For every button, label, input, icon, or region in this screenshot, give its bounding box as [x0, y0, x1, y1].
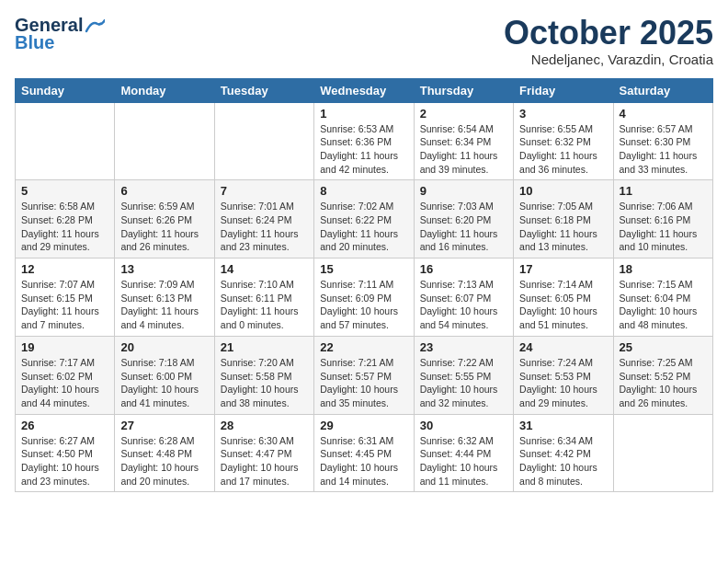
day-number: 19	[21, 340, 108, 354]
day-info: Sunrise: 7:15 AM Sunset: 6:04 PM Dayligh…	[620, 278, 707, 332]
day-number: 27	[120, 419, 208, 432]
calendar-cell: 26Sunrise: 6:27 AM Sunset: 4:50 PM Dayli…	[16, 414, 115, 492]
day-number: 20	[120, 340, 208, 354]
day-number: 30	[420, 419, 507, 432]
day-number: 11	[620, 184, 707, 198]
calendar-cell	[115, 102, 214, 180]
day-info: Sunrise: 7:25 AM Sunset: 5:52 PM Dayligh…	[620, 356, 707, 410]
calendar-cell: 10Sunrise: 7:05 AM Sunset: 6:18 PM Dayli…	[514, 180, 613, 259]
calendar-cell: 27Sunrise: 6:28 AM Sunset: 4:48 PM Dayli…	[115, 414, 214, 492]
day-number: 1	[320, 107, 407, 121]
day-number: 31	[519, 419, 607, 432]
calendar-cell: 1Sunrise: 6:53 AM Sunset: 6:36 PM Daylig…	[314, 102, 414, 180]
weekday-header-friday: Friday	[514, 78, 613, 102]
day-info: Sunrise: 7:24 AM Sunset: 5:53 PM Dayligh…	[519, 356, 607, 410]
calendar-cell: 3Sunrise: 6:55 AM Sunset: 6:32 PM Daylig…	[514, 102, 613, 180]
day-number: 3	[519, 107, 607, 121]
calendar-week-5: 26Sunrise: 6:27 AM Sunset: 4:50 PM Dayli…	[16, 414, 713, 492]
calendar-cell: 12Sunrise: 7:07 AM Sunset: 6:15 PM Dayli…	[16, 259, 115, 337]
day-info: Sunrise: 7:06 AM Sunset: 6:16 PM Dayligh…	[620, 200, 707, 254]
logo: General Blue	[15, 15, 105, 53]
day-info: Sunrise: 7:03 AM Sunset: 6:20 PM Dayligh…	[420, 200, 507, 254]
calendar-week-4: 19Sunrise: 7:17 AM Sunset: 6:02 PM Dayli…	[16, 336, 713, 414]
day-info: Sunrise: 7:10 AM Sunset: 6:11 PM Dayligh…	[221, 278, 308, 332]
weekday-header-saturday: Saturday	[613, 78, 712, 102]
calendar-week-1: 1Sunrise: 6:53 AM Sunset: 6:36 PM Daylig…	[16, 102, 713, 180]
day-number: 13	[120, 262, 208, 276]
calendar-week-2: 5Sunrise: 6:58 AM Sunset: 6:28 PM Daylig…	[16, 180, 713, 259]
calendar-header-row: SundayMondayTuesdayWednesdayThursdayFrid…	[16, 78, 713, 102]
day-info: Sunrise: 6:54 AM Sunset: 6:34 PM Dayligh…	[420, 122, 507, 177]
calendar-cell: 16Sunrise: 7:13 AM Sunset: 6:07 PM Dayli…	[414, 259, 513, 337]
calendar-cell: 20Sunrise: 7:18 AM Sunset: 6:00 PM Dayli…	[115, 336, 214, 414]
day-info: Sunrise: 7:18 AM Sunset: 6:00 PM Dayligh…	[120, 356, 208, 410]
calendar-cell: 28Sunrise: 6:30 AM Sunset: 4:47 PM Dayli…	[214, 414, 313, 492]
day-info: Sunrise: 7:09 AM Sunset: 6:13 PM Dayligh…	[120, 278, 208, 332]
day-info: Sunrise: 6:53 AM Sunset: 6:36 PM Dayligh…	[320, 122, 407, 177]
day-info: Sunrise: 7:17 AM Sunset: 6:02 PM Dayligh…	[21, 356, 108, 410]
calendar-cell: 9Sunrise: 7:03 AM Sunset: 6:20 PM Daylig…	[414, 180, 513, 259]
calendar-cell: 17Sunrise: 7:14 AM Sunset: 6:05 PM Dayli…	[514, 259, 613, 337]
day-info: Sunrise: 7:14 AM Sunset: 6:05 PM Dayligh…	[519, 278, 607, 332]
calendar-cell: 19Sunrise: 7:17 AM Sunset: 6:02 PM Dayli…	[16, 336, 115, 414]
day-info: Sunrise: 7:01 AM Sunset: 6:24 PM Dayligh…	[221, 200, 308, 254]
calendar-cell	[613, 414, 712, 492]
day-number: 25	[620, 340, 707, 354]
day-info: Sunrise: 6:28 AM Sunset: 4:48 PM Dayligh…	[120, 434, 208, 488]
day-number: 14	[221, 262, 308, 276]
day-info: Sunrise: 6:58 AM Sunset: 6:28 PM Dayligh…	[21, 200, 108, 254]
calendar-cell: 2Sunrise: 6:54 AM Sunset: 6:34 PM Daylig…	[414, 102, 513, 180]
weekday-header-thursday: Thursday	[414, 78, 513, 102]
day-info: Sunrise: 6:57 AM Sunset: 6:30 PM Dayligh…	[620, 122, 707, 177]
day-number: 9	[420, 184, 507, 198]
calendar-week-3: 12Sunrise: 7:07 AM Sunset: 6:15 PM Dayli…	[16, 259, 713, 337]
calendar-cell: 6Sunrise: 6:59 AM Sunset: 6:26 PM Daylig…	[115, 180, 214, 259]
day-info: Sunrise: 7:05 AM Sunset: 6:18 PM Dayligh…	[519, 200, 607, 254]
day-number: 8	[320, 184, 407, 198]
calendar-cell: 7Sunrise: 7:01 AM Sunset: 6:24 PM Daylig…	[214, 180, 313, 259]
day-number: 10	[519, 184, 607, 198]
calendar-cell: 8Sunrise: 7:02 AM Sunset: 6:22 PM Daylig…	[314, 180, 414, 259]
day-info: Sunrise: 7:11 AM Sunset: 6:09 PM Dayligh…	[320, 278, 407, 332]
day-number: 21	[221, 340, 308, 354]
day-info: Sunrise: 6:59 AM Sunset: 6:26 PM Dayligh…	[120, 200, 208, 254]
calendar-cell: 22Sunrise: 7:21 AM Sunset: 5:57 PM Dayli…	[314, 336, 414, 414]
month-title: October 2025	[504, 15, 713, 52]
weekday-header-wednesday: Wednesday	[314, 78, 414, 102]
calendar-cell: 30Sunrise: 6:32 AM Sunset: 4:44 PM Dayli…	[414, 414, 513, 492]
day-number: 4	[620, 107, 707, 121]
day-number: 26	[21, 419, 108, 432]
calendar-cell	[16, 102, 115, 180]
day-number: 24	[519, 340, 607, 354]
day-info: Sunrise: 7:22 AM Sunset: 5:55 PM Dayligh…	[420, 356, 507, 410]
day-number: 16	[420, 262, 507, 276]
location: Nedeljanec, Varazdin, Croatia	[504, 52, 713, 67]
calendar-cell	[214, 102, 313, 180]
calendar-cell: 21Sunrise: 7:20 AM Sunset: 5:58 PM Dayli…	[214, 336, 313, 414]
day-info: Sunrise: 7:07 AM Sunset: 6:15 PM Dayligh…	[21, 278, 108, 332]
calendar-cell: 13Sunrise: 7:09 AM Sunset: 6:13 PM Dayli…	[115, 259, 214, 337]
day-info: Sunrise: 6:30 AM Sunset: 4:47 PM Dayligh…	[221, 434, 308, 488]
day-info: Sunrise: 6:55 AM Sunset: 6:32 PM Dayligh…	[519, 122, 607, 177]
day-number: 5	[21, 184, 108, 198]
calendar-cell: 24Sunrise: 7:24 AM Sunset: 5:53 PM Dayli…	[514, 336, 613, 414]
calendar-cell: 31Sunrise: 6:34 AM Sunset: 4:42 PM Dayli…	[514, 414, 613, 492]
day-info: Sunrise: 6:31 AM Sunset: 4:45 PM Dayligh…	[320, 434, 407, 488]
day-number: 29	[320, 419, 407, 432]
logo-bird-icon	[85, 18, 105, 33]
day-info: Sunrise: 7:13 AM Sunset: 6:07 PM Dayligh…	[420, 278, 507, 332]
day-number: 6	[120, 184, 208, 198]
day-number: 2	[420, 107, 507, 121]
calendar-cell: 23Sunrise: 7:22 AM Sunset: 5:55 PM Dayli…	[414, 336, 513, 414]
calendar-cell: 5Sunrise: 6:58 AM Sunset: 6:28 PM Daylig…	[16, 180, 115, 259]
day-number: 12	[21, 262, 108, 276]
title-block: October 2025 Nedeljanec, Varazdin, Croat…	[504, 15, 713, 67]
page-header: General Blue October 2025 Nedeljanec, Va…	[15, 15, 713, 67]
day-info: Sunrise: 7:02 AM Sunset: 6:22 PM Dayligh…	[320, 200, 407, 254]
day-number: 7	[221, 184, 308, 198]
day-info: Sunrise: 6:32 AM Sunset: 4:44 PM Dayligh…	[420, 434, 507, 488]
weekday-header-sunday: Sunday	[16, 78, 115, 102]
day-number: 17	[519, 262, 607, 276]
day-info: Sunrise: 6:27 AM Sunset: 4:50 PM Dayligh…	[21, 434, 108, 488]
day-number: 15	[320, 262, 407, 276]
